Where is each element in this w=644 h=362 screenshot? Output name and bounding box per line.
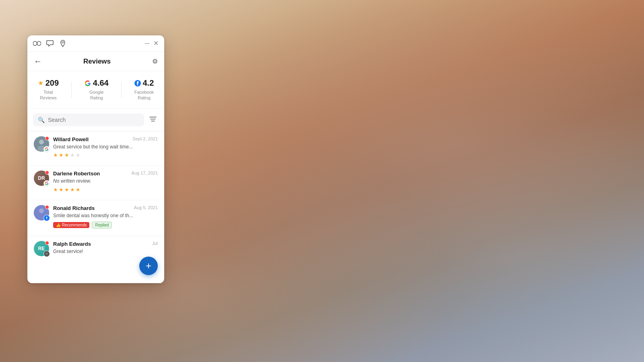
titlebar-controls: ─ ✕ — [145, 40, 159, 47]
total-reviews-stat: ★ 209 TotalReviews — [38, 78, 59, 101]
star-rating: ★ ★ ★ ★ ★ — [53, 152, 158, 158]
review-text: Smile dental was honestly one of th... — [53, 212, 158, 219]
reviewer-name: Darlene Robertson — [53, 171, 100, 177]
avatar-wrapper — [34, 205, 49, 220]
notification-dot — [45, 241, 49, 245]
review-header: Ronald Richards Aug 5, 2021 — [53, 205, 158, 211]
google-rating-stat: 4.64 GoogleRating — [85, 78, 109, 101]
notification-dot — [45, 136, 49, 140]
stats-section: ★ 209 TotalReviews 4.64 GoogleRating — [27, 71, 164, 109]
stat-divider-2 — [121, 82, 122, 98]
google-platform-badge — [43, 146, 50, 152]
google-platform-badge — [43, 180, 50, 187]
search-section: 🔍 — [27, 109, 164, 132]
review-content: Darlene Robertson Aug 17, 2021 No writte… — [53, 171, 158, 193]
star-rating: ★ ★ ★ ★ ★ — [53, 187, 158, 193]
reviewer-name: Willard Powell — [53, 136, 89, 142]
facebook-icon — [134, 80, 141, 86]
svg-point-11 — [39, 208, 44, 213]
double-circle-icon[interactable] — [33, 39, 41, 47]
total-reviews-label: TotalReviews — [40, 89, 57, 101]
review-badges: 👍 Recommends Replied — [53, 222, 158, 228]
star-5: ★ — [76, 187, 80, 193]
titlebar-app-icons — [33, 39, 67, 47]
svg-point-0 — [33, 41, 37, 45]
star-1: ★ — [53, 152, 58, 158]
facebook-rating-number: 4.2 — [143, 78, 154, 88]
total-reviews-value-row: ★ 209 — [38, 78, 59, 88]
star-2: ★ — [59, 187, 64, 193]
search-icon: 🔍 — [38, 117, 45, 123]
review-text: No written review. — [53, 178, 158, 185]
review-content: Ronald Richards Aug 5, 2021 Smile dental… — [53, 205, 158, 228]
google-rating-value-row: 4.64 — [85, 78, 109, 88]
facebook-rating-label: FacebookRating — [134, 89, 154, 101]
chat-bubble-icon[interactable] — [46, 39, 54, 47]
settings-button[interactable]: ⚙ — [152, 58, 158, 65]
location-icon[interactable] — [59, 39, 67, 47]
back-button[interactable]: ← — [34, 57, 42, 66]
star-4: ★ — [70, 187, 75, 193]
total-reviews-number: 209 — [45, 78, 59, 88]
minimize-button[interactable]: ─ — [145, 40, 149, 47]
review-item[interactable]: Ronald Richards Aug 5, 2021 Smile dental… — [27, 200, 164, 236]
review-content: Willard Powell Sept 2, 2021 Great servic… — [53, 136, 158, 158]
close-button[interactable]: ✕ — [153, 40, 159, 47]
review-item[interactable]: Willard Powell Sept 2, 2021 Great servic… — [27, 132, 164, 166]
review-top: DR Darlene Robertson Aug 17, — [34, 171, 158, 193]
review-header: Ralph Edwards Jul — [53, 241, 158, 247]
review-header: Darlene Robertson Aug 17, 2021 — [53, 171, 158, 177]
reviews-panel: ─ ✕ ← Reviews ⚙ ★ 209 TotalReviews — [27, 35, 164, 283]
google-rating-label: GoogleRating — [89, 89, 103, 101]
filter-button[interactable] — [147, 114, 159, 125]
facebook-rating-stat: 4.2 FacebookRating — [134, 78, 154, 101]
review-top: RE ☺ Ralph Edwards Jul Great service! — [34, 241, 158, 256]
google-rating-number: 4.64 — [93, 78, 109, 88]
avatar-wrapper: RE ☺ — [34, 241, 49, 256]
review-item[interactable]: DR Darlene Robertson Aug 17, — [27, 166, 164, 200]
other-platform-badge: ☺ — [43, 251, 50, 257]
notification-dot — [45, 171, 49, 175]
star-icon: ★ — [38, 79, 43, 87]
recommends-badge: 👍 Recommends — [53, 222, 89, 228]
replied-badge: Replied — [92, 222, 112, 228]
google-icon — [85, 80, 91, 86]
panel-title: Reviews — [83, 58, 111, 66]
review-text: Great service! — [53, 248, 158, 255]
svg-point-1 — [37, 41, 41, 45]
avatar-wrapper: DR — [34, 171, 49, 186]
panel-header: ← Reviews ⚙ — [27, 52, 164, 71]
review-content: Ralph Edwards Jul Great service! — [53, 241, 158, 255]
titlebar: ─ ✕ — [27, 35, 164, 52]
review-date: Jul — [152, 241, 158, 246]
review-date: Aug 5, 2021 — [134, 205, 158, 210]
star-5: ★ — [76, 152, 80, 158]
star-3: ★ — [64, 152, 69, 158]
stat-divider-1 — [71, 82, 72, 98]
add-button[interactable]: + — [139, 257, 158, 275]
star-4: ★ — [70, 152, 75, 158]
review-date: Sept 2, 2021 — [133, 136, 158, 141]
search-input-wrapper[interactable]: 🔍 — [33, 113, 144, 126]
review-header: Willard Powell Sept 2, 2021 — [53, 136, 158, 142]
review-date: Aug 17, 2021 — [132, 171, 158, 175]
reviewer-name: Ralph Edwards — [53, 241, 91, 247]
svg-point-2 — [62, 41, 64, 43]
reviewer-name: Ronald Richards — [53, 205, 95, 211]
avatar-wrapper — [34, 136, 49, 152]
svg-point-8 — [39, 140, 44, 144]
facebook-rating-value-row: 4.2 — [134, 78, 154, 88]
review-top: Ronald Richards Aug 5, 2021 Smile dental… — [34, 205, 158, 228]
star-1: ★ — [53, 187, 58, 193]
search-input[interactable] — [48, 117, 139, 123]
star-3: ★ — [64, 187, 69, 193]
review-top: Willard Powell Sept 2, 2021 Great servic… — [34, 136, 158, 158]
star-2: ★ — [59, 152, 64, 158]
review-text: Great service but the long wait time... — [53, 144, 158, 150]
